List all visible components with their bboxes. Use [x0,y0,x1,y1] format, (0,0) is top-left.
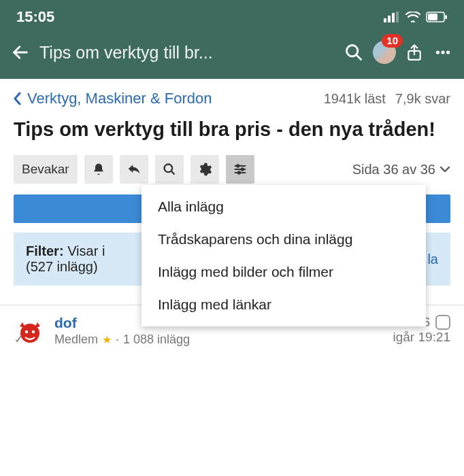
sliders-icon [233,163,248,176]
dropdown-item-op-yours[interactable]: Trådskaparens och dina inlägg [142,223,426,256]
filter-text: Visar i [67,243,105,258]
battery-icon [426,12,448,22]
svg-point-13 [446,50,450,54]
back-button[interactable] [11,43,30,62]
filter-label: Filter: [26,243,64,258]
replies-count: 7,9k svar [395,91,450,107]
bell-icon [92,163,105,176]
post-dot: · [116,333,119,347]
svg-point-21 [237,172,239,174]
reply-icon [127,163,142,176]
devil-avatar-icon [14,316,46,347]
svg-line-9 [357,55,361,60]
post-role: Medlem [54,333,98,347]
post-time: igår 19:21 [393,330,450,345]
nav-bar: Tips om verktyg till br... 10 [0,31,464,79]
svg-point-23 [25,330,28,333]
svg-point-24 [32,330,35,333]
app-header: 15:05 Tips om verktyg till br... 10 [0,0,464,79]
svg-rect-2 [392,13,395,22]
svg-rect-1 [388,16,391,22]
filter-count: (527 inlägg) [26,259,98,274]
thread-toolbar: Bevakar Sida 36 av 36 Alla inlägg Trådsk… [14,155,450,184]
cellular-icon [384,12,400,22]
svg-point-19 [237,165,239,167]
svg-rect-0 [384,18,386,22]
filter-link[interactable]: la [427,252,438,267]
search-icon [163,163,176,176]
watch-button[interactable]: Bevakar [14,155,78,184]
thread-stats: 1941k läst 7,9k svar [324,91,450,107]
svg-rect-3 [396,12,399,22]
breadcrumb[interactable]: Verktyg, Maskiner & Fordon [14,90,212,107]
reads-count: 1941k läst [324,91,386,107]
search-thread-button[interactable] [155,155,184,184]
star-icon: ★ [102,333,112,346]
reply-button[interactable] [120,155,148,184]
chevron-left-icon [14,92,22,105]
dropdown-item-all[interactable]: Alla inlägg [142,190,426,223]
breadcrumb-row: Verktyg, Maskiner & Fordon 1941k läst 7,… [14,90,450,107]
post-count: 1 088 inlägg [123,333,190,347]
svg-point-20 [241,169,243,171]
filter-dropdown: Alla inlägg Trådskaparens och dina inläg… [142,185,426,326]
status-bar: 15:05 [0,0,464,31]
svg-line-15 [171,171,174,175]
content-area: Verktyg, Maskiner & Fordon 1941k läst 7,… [0,79,464,286]
more-button[interactable] [433,44,453,61]
svg-point-12 [441,50,444,54]
chevron-down-icon [440,165,450,173]
settings-button[interactable] [190,155,219,184]
notification-badge: 10 [382,34,403,48]
search-button[interactable] [344,43,363,62]
post-checkbox[interactable] [435,315,450,330]
dropdown-item-media[interactable]: Inlägg med bilder och filmer [142,256,426,288]
thread-title: Tips om verktyg till bra pris - den nya … [14,117,450,141]
svg-point-11 [436,50,440,54]
svg-rect-6 [445,15,447,19]
wifi-icon [405,12,420,22]
share-button[interactable] [405,44,423,61]
breadcrumb-label: Verktyg, Maskiner & Fordon [27,90,212,107]
status-indicators [384,12,448,22]
dropdown-item-links[interactable]: Inlägg med länkar [142,288,426,321]
page-indicator-text: Sida 36 av 36 [352,162,435,177]
profile-button[interactable]: 10 [373,41,396,64]
gear-icon [197,162,212,177]
page-indicator[interactable]: Sida 36 av 36 [352,162,450,177]
svg-rect-5 [428,14,437,20]
nav-title: Tips om verktyg till br... [39,43,335,63]
status-time: 15:05 [16,8,54,26]
filter-button[interactable] [226,155,254,184]
bell-button[interactable] [84,155,113,184]
svg-point-14 [164,165,172,173]
post-avatar[interactable] [14,315,46,347]
